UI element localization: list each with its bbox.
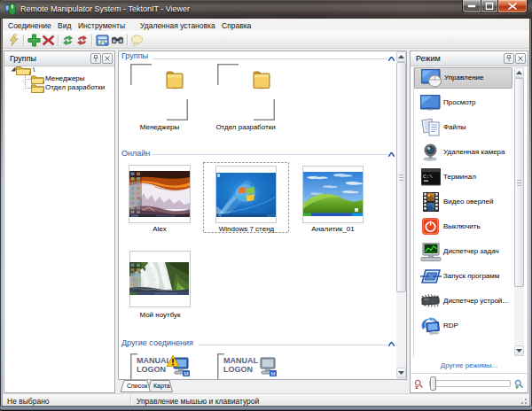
svg-text:M: M [271, 371, 276, 376]
svg-text:C:\: C:\ [423, 174, 433, 180]
svg-text:M: M [184, 371, 189, 376]
